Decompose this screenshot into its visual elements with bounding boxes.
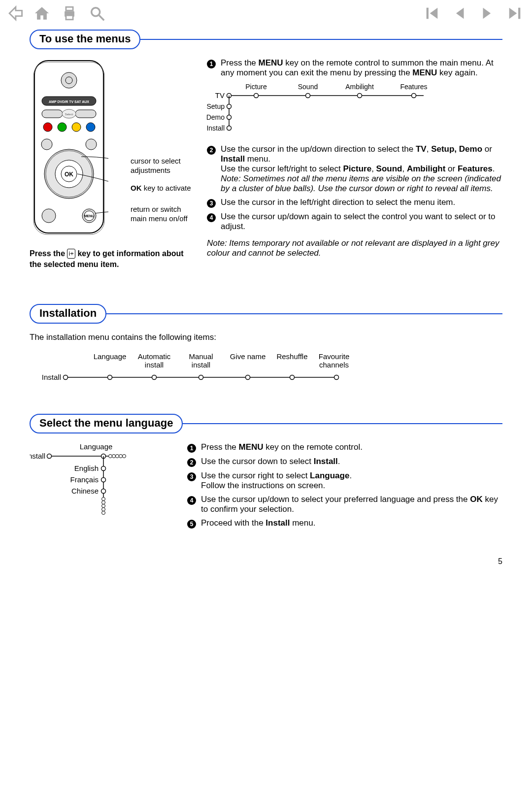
svg-text:Setup: Setup <box>207 102 225 110</box>
svg-point-19 <box>72 123 81 132</box>
svg-text:Install: Install <box>207 124 225 132</box>
svg-text:Install: Install <box>30 452 45 460</box>
grey-items-note: Note: Items temporary not available or n… <box>207 238 502 258</box>
svg-line-4 <box>99 15 104 20</box>
svg-text:OK: OK <box>65 171 73 178</box>
svg-point-20 <box>86 123 95 132</box>
svg-point-87 <box>102 504 105 508</box>
svg-text:Français: Français <box>70 475 99 484</box>
svg-rect-5 <box>427 8 429 19</box>
svg-point-80 <box>101 478 106 482</box>
callout-ok: OK key to activate <box>131 184 195 193</box>
back-icon[interactable] <box>6 5 23 22</box>
svg-point-9 <box>61 72 77 88</box>
svg-text:Install: Install <box>42 373 61 381</box>
info-tip: Press the i+ key to get information abou… <box>30 248 197 269</box>
svg-point-70 <box>47 454 52 459</box>
step-1-text: Press the MENU key on the remote control… <box>221 58 502 78</box>
svg-point-17 <box>43 123 52 132</box>
svg-text:Select: Select <box>65 113 73 116</box>
tv-menu-diagram: Picture Sound Ambilight Features TV Setu <box>207 82 502 137</box>
step-3-bullet: 3 <box>207 199 216 208</box>
svg-point-65 <box>290 375 295 380</box>
svg-point-22 <box>86 139 97 150</box>
svg-text:Sound: Sound <box>298 83 318 91</box>
svg-point-74 <box>116 455 119 458</box>
svg-text:Chinese: Chinese <box>71 487 99 495</box>
svg-text:install: install <box>145 361 164 369</box>
svg-point-44 <box>227 115 232 120</box>
svg-text:Reshuffle: Reshuffle <box>276 352 307 361</box>
svg-point-86 <box>102 501 105 504</box>
print-icon[interactable] <box>61 5 78 22</box>
search-icon[interactable] <box>89 5 105 22</box>
section-heading-installation: Installation <box>30 304 502 324</box>
svg-point-81 <box>101 489 106 494</box>
info-plus-icon: i+ <box>67 249 75 259</box>
svg-point-66 <box>334 375 339 380</box>
svg-point-89 <box>102 511 105 515</box>
remote-illustration: AMP DVD/R TV SAT AUX Select <box>30 58 197 245</box>
svg-text:Manual: Manual <box>189 352 213 361</box>
step-4-text: Use the cursor up/down again to select t… <box>221 212 502 232</box>
prev-page-icon[interactable] <box>451 5 468 22</box>
svg-point-18 <box>58 123 66 132</box>
svg-text:Ambilight: Ambilight <box>345 83 374 91</box>
svg-text:Demo: Demo <box>207 113 225 121</box>
svg-text:Automatic: Automatic <box>138 352 171 361</box>
svg-text:Favourite: Favourite <box>319 352 350 361</box>
svg-text:TV: TV <box>215 91 225 100</box>
svg-point-28 <box>42 209 56 223</box>
svg-text:Language: Language <box>94 352 127 361</box>
svg-rect-6 <box>518 8 520 19</box>
svg-point-79 <box>101 466 106 471</box>
svg-rect-14 <box>75 110 96 118</box>
next-page-icon[interactable] <box>479 5 496 22</box>
callout-menu: return or switch main menu on/off <box>131 205 197 224</box>
svg-point-61 <box>108 375 112 380</box>
step-2-bullet: 2 <box>207 146 216 155</box>
installation-intro: The installation menu contains the follo… <box>30 332 502 342</box>
svg-text:install: install <box>192 361 210 369</box>
svg-rect-13 <box>42 110 63 118</box>
svg-point-41 <box>412 94 416 98</box>
section-title: To use the menus <box>30 30 140 49</box>
callout-cursor: cursor to select adjustments <box>131 157 195 175</box>
svg-text:MENU: MENU <box>84 214 95 218</box>
language-menu-diagram: Language Install English Français Chi <box>30 442 177 537</box>
step-1-bullet: 1 <box>207 60 216 68</box>
svg-point-72 <box>109 455 112 458</box>
section-title: Installation <box>30 304 106 324</box>
first-page-icon[interactable] <box>424 5 440 22</box>
svg-point-3 <box>92 8 100 16</box>
install-menu-diagram: Language Automatic install Manual instal… <box>38 350 502 391</box>
svg-point-88 <box>102 508 105 511</box>
svg-text:English: English <box>74 464 99 472</box>
svg-text:Picture: Picture <box>245 83 267 91</box>
pdf-toolbar <box>0 0 532 25</box>
svg-point-39 <box>306 94 310 98</box>
svg-point-73 <box>112 455 116 458</box>
svg-point-60 <box>64 375 68 380</box>
svg-point-21 <box>41 139 52 150</box>
svg-text:Features: Features <box>400 83 427 91</box>
last-page-icon[interactable] <box>506 5 523 22</box>
svg-point-76 <box>123 455 126 458</box>
section-heading-use-menus: To use the menus <box>30 30 502 49</box>
svg-point-62 <box>152 375 157 380</box>
svg-point-45 <box>227 126 232 131</box>
svg-text:Language: Language <box>80 442 113 451</box>
svg-rect-1 <box>66 7 73 10</box>
svg-point-40 <box>358 94 362 98</box>
page-content: To use the menus AMP DVD/R TV SAT AUX <box>0 25 532 557</box>
select-lang-steps: 1 Press the MENU key on the remote contr… <box>187 442 502 529</box>
svg-point-85 <box>102 498 105 501</box>
page-number: 5 <box>0 557 532 586</box>
remote-control-icon: AMP DVD/R TV SAT AUX Select <box>30 58 108 235</box>
svg-rect-2 <box>66 15 73 20</box>
home-icon[interactable] <box>33 5 50 22</box>
step-2-text: Use the cursor in the up/down direction … <box>221 144 502 194</box>
step-4-bullet: 4 <box>207 213 216 222</box>
svg-point-63 <box>199 375 203 380</box>
svg-point-64 <box>246 375 250 380</box>
